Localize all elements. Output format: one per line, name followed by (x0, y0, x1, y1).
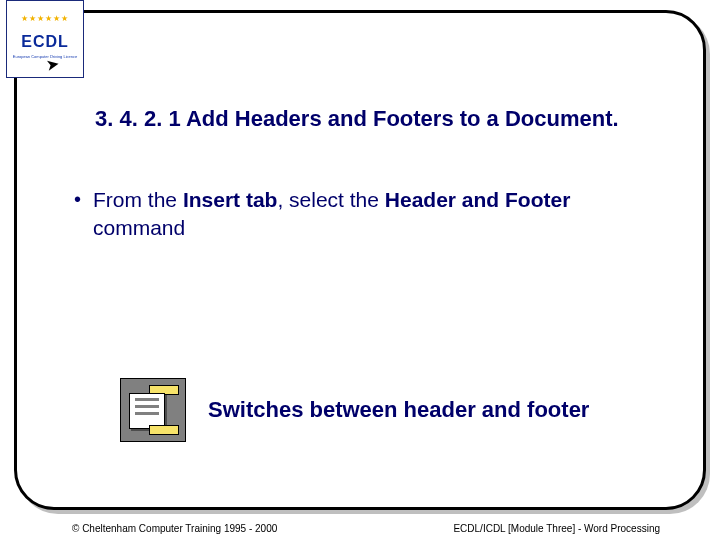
stars-icon (11, 5, 79, 31)
slide: ECDL ➤ European Computer Driving Licence… (0, 0, 720, 540)
footer-module: ECDL/ICDL [Module Three] - Word Processi… (453, 523, 660, 534)
document-icon (129, 393, 165, 429)
header-footer-switch-icon (120, 378, 186, 442)
slide-title: 3. 4. 2. 1 Add Headers and Footers to a … (95, 106, 670, 132)
switch-label: Switches between header and footer (208, 397, 589, 423)
bullet-item: • From the Insert tab, select the Header… (74, 186, 660, 243)
bullet-bold-insert-tab: Insert tab (183, 188, 278, 211)
footer-bar-icon (149, 425, 179, 435)
bullet-pre: From the (93, 188, 183, 211)
bullet-icon: • (74, 186, 81, 243)
logo-acronym: ECDL (11, 33, 79, 51)
bullet-mid: , select the (277, 188, 384, 211)
logo-text: ECDL (11, 33, 79, 51)
footer-copyright: © Cheltenham Computer Training 1995 - 20… (72, 523, 277, 534)
ecdl-logo: ECDL ➤ European Computer Driving Licence (6, 0, 84, 78)
bullet-post: command (93, 216, 185, 239)
bullet-bold-header-footer: Header and Footer (385, 188, 571, 211)
bullet-text: From the Insert tab, select the Header a… (93, 186, 660, 243)
switch-row: Switches between header and footer (120, 378, 589, 442)
